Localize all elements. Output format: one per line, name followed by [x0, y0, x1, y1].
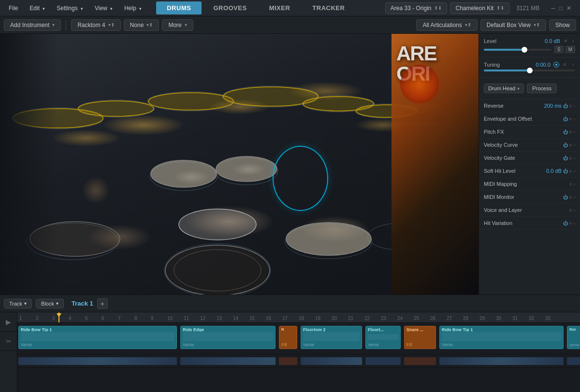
reverse-chevron[interactable]: › [574, 103, 575, 109]
level-expand-icon[interactable]: › [571, 38, 575, 44]
tracks-container: Ride Bow Tip 1 Verse Ride Edge Verse R F… [17, 323, 580, 392]
vel-gate-chevron[interactable]: › [574, 155, 575, 161]
track-dropdown[interactable]: Track▾ [4, 299, 32, 308]
level-slider[interactable] [484, 49, 551, 51]
svg-point-25 [174, 250, 261, 291]
preset-dropdown[interactable]: Chameleon Kit ⬆⬇ [450, 2, 509, 14]
tuning-expand-icon[interactable]: › [571, 61, 575, 68]
envelope-menu[interactable]: ≡ [569, 116, 572, 122]
sidebar-search[interactable]: 🔍 [0, 390, 17, 392]
tuning-label: Tuning [484, 62, 500, 68]
sidebar-cursor-tool[interactable]: ▶ [0, 312, 17, 332]
pitch-fx-item[interactable]: Pitch FX ⏻ ≡ › [479, 126, 580, 139]
tuning-menu-icon[interactable]: ≡ [562, 61, 568, 68]
menu-edit[interactable]: Edit ▾ [25, 3, 50, 14]
vel-curve-chevron[interactable]: › [574, 142, 575, 148]
none-dropdown[interactable]: None▾⬆ [124, 19, 160, 31]
level-value: 0.0 dB [545, 38, 560, 44]
soft-hit-menu[interactable]: ≡ [569, 168, 572, 174]
menu-view[interactable]: View ▾ [90, 3, 117, 14]
clip-floortom-2[interactable]: Floortom 2 Verse [301, 326, 362, 349]
clip-ride-edge[interactable]: Ride Edge Verse [180, 326, 276, 349]
midi-monitor-chevron[interactable]: › [574, 195, 575, 200]
tab-tracker[interactable]: TRACKER [302, 1, 355, 14]
pitch-chevron[interactable]: › [574, 129, 575, 135]
soft-hit-chevron[interactable]: › [574, 168, 575, 174]
block-dropdown[interactable]: Block▾ [36, 299, 64, 308]
mute-btn[interactable]: M [566, 46, 575, 53]
vel-curve-icons: ⏻ ≡ › [563, 142, 575, 148]
midi-monitor-power[interactable]: ⏻ [563, 195, 568, 200]
pitch-power[interactable]: ⏻ [563, 129, 568, 135]
velocity-gate-item[interactable]: Velocity Gate ⏻ ≡ › [479, 152, 580, 165]
vel-curve-menu[interactable]: ≡ [569, 142, 572, 148]
midi-mapping-menu[interactable]: ≡ [569, 182, 572, 187]
drum-head-select[interactable]: Drum Head ▾ [484, 84, 524, 93]
clip-ride-bow-tip-1-second[interactable]: Ride Bow Tip 1 Verse [439, 326, 564, 349]
midi-mapping-chevron[interactable]: › [574, 182, 575, 187]
window-controls[interactable]: ─ □ ✕ [546, 3, 576, 14]
reverse-power[interactable]: ⏻ [563, 103, 568, 109]
ruler-numbers: 1 2 3 4 5 6 7 8 9 10 11 12 13 14 15 16 1 [17, 316, 580, 321]
box-view-dropdown[interactable]: Default Box View▾⬆ [480, 19, 546, 31]
toolbar-sep-1 [66, 20, 66, 30]
tab-drums[interactable]: DRUMS [156, 1, 202, 14]
envelope-power[interactable]: ⏻ [563, 116, 568, 122]
envelope-chevron[interactable]: › [574, 116, 575, 122]
tab-grooves[interactable]: GROOVES [203, 1, 257, 14]
midi-mapping-icons: ≡ › [569, 182, 575, 187]
mini-track-row [17, 354, 580, 368]
midi-mapping-item[interactable]: MIDI Mapping ≡ › [479, 178, 580, 191]
velocity-curve-item[interactable]: Velocity Curve ⏻ ≡ › [479, 139, 580, 152]
vel-gate-power[interactable]: ⏻ [563, 155, 568, 161]
articulations-dropdown[interactable]: All Articulations▾⬆ [416, 19, 477, 31]
solo-btn[interactable]: S [554, 46, 564, 53]
memory-display: 3121 MB [512, 3, 543, 14]
hit-var-chevron[interactable]: › [574, 221, 575, 226]
midi-monitor-menu[interactable]: ≡ [569, 195, 572, 200]
voice-layer-item[interactable]: Voice and Layer ≡ › [479, 204, 580, 217]
soft-hit-item[interactable]: Soft Hit Level 0.0 dB ⏻ ≡ › [479, 165, 580, 178]
process-btn[interactable]: Process [527, 84, 557, 93]
level-menu-icon[interactable]: ≡ [563, 38, 569, 44]
menu-help[interactable]: Help ▾ [119, 3, 146, 14]
svg-point-19 [179, 209, 256, 240]
menu-settings[interactable]: Settings ▾ [52, 3, 88, 14]
hit-var-power[interactable]: ⏻ [563, 221, 568, 226]
vel-curve-power[interactable]: ⏻ [563, 142, 568, 148]
menu-bar: File Edit ▾ Settings ▾ View ▾ Help ▾ DRU… [0, 0, 580, 16]
reverse-menu[interactable]: ≡ [569, 103, 572, 109]
add-track-btn[interactable]: + [97, 298, 108, 309]
kit-dropdown[interactable]: Area 33 - Origin ⬆⬇ [385, 2, 448, 14]
clip-snare-fill[interactable]: Snare ... Fill [404, 326, 436, 349]
level-row: Level 0.0 dB ≡ › [484, 38, 575, 44]
pitch-menu[interactable]: ≡ [569, 129, 572, 135]
voice-layer-menu[interactable]: ≡ [569, 208, 572, 213]
svg-point-21 [216, 156, 277, 182]
drum-highlight[interactable] [273, 146, 328, 211]
show-btn[interactable]: Show [549, 19, 576, 31]
tuning-slider[interactable] [484, 70, 575, 71]
timeline-area: ▶ ✂ 🔍 1 2 3 4 5 6 7 8 9 10 [0, 312, 580, 392]
midi-monitor-item[interactable]: MIDI Monitor ⏻ ≡ › [479, 191, 580, 204]
sidebar-cut-tool[interactable]: ✂ [0, 332, 17, 351]
hit-variation-item[interactable]: Hit Variation ⏻ ≡ › [479, 217, 580, 230]
clip-r-fill[interactable]: R Fill [279, 326, 297, 349]
add-instrument-btn[interactable]: Add Instrument▾ [4, 19, 61, 31]
playhead-marker [58, 312, 59, 322]
racktom-dropdown[interactable]: Racktom 4▾⬆ [71, 19, 120, 31]
vel-gate-menu[interactable]: ≡ [569, 155, 572, 161]
hit-var-icons: ⏻ ≡ › [563, 221, 575, 226]
clip-rid-end[interactable]: Rid Verse [567, 326, 580, 349]
tuning-power-btn[interactable] [553, 62, 559, 68]
reverse-item[interactable]: Reverse 200 ms ⏻ ≡ › [479, 99, 580, 112]
more-btn[interactable]: More▾ [162, 19, 193, 31]
menu-file[interactable]: File [4, 3, 23, 14]
clip-floort[interactable]: Floort... Verse [365, 326, 401, 349]
soft-hit-power[interactable]: ⏻ [563, 168, 568, 174]
voice-layer-chevron[interactable]: › [574, 208, 575, 213]
envelope-item[interactable]: Envelope and Offset ⏻ ≡ › [479, 112, 580, 126]
tab-mixer[interactable]: MIXER [259, 1, 301, 14]
clip-ride-bow-tip-1-first[interactable]: Ride Bow Tip 1 Verse [18, 326, 177, 349]
hit-var-menu[interactable]: ≡ [569, 221, 572, 226]
